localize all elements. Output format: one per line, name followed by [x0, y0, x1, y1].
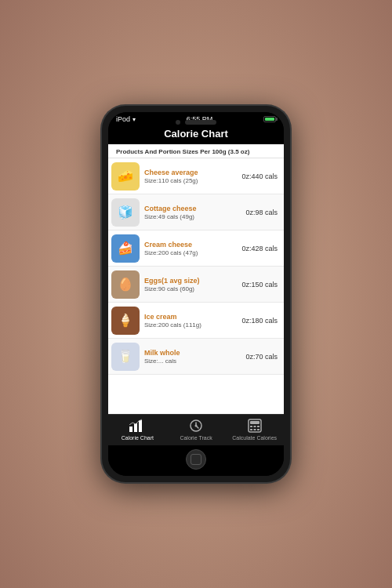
svg-rect-10	[250, 429, 252, 430]
subtitle-header: Products And Portion Sizes Per 100g (3.5…	[108, 144, 284, 158]
food-details: Cottage cheese Size:49 cals (49g)	[144, 205, 245, 220]
tab-track[interactable]: Calorie Track	[167, 418, 226, 441]
wifi-icon: ▾	[132, 116, 136, 123]
food-size: Size:49 cals (49g)	[144, 213, 245, 220]
food-icon-cheese: 🧀	[111, 162, 140, 191]
food-item[interactable]: 🍦 Ice cream Size:200 cals (111g) 0z:180 …	[108, 303, 284, 339]
food-list: 🧀 Cheese average Size:110 cals (25g) 0z:…	[108, 158, 284, 414]
food-icon-cottage: 🧊	[111, 198, 140, 227]
food-name: Cottage cheese	[144, 205, 245, 212]
app-title-bar: Calorie Chart	[108, 125, 284, 144]
svg-rect-1	[134, 423, 137, 432]
food-calories: 0z:180 cals	[241, 317, 278, 325]
svg-rect-2	[139, 420, 142, 432]
phone-shell: iPod ▾ 6:55 PM Calorie Chart Products An…	[102, 106, 290, 482]
carrier-label: iPod	[116, 115, 130, 123]
food-icon-cream: 🍰	[111, 234, 140, 263]
food-calories: 0z:150 cals	[241, 281, 278, 289]
status-right	[263, 116, 276, 122]
camera-dot	[176, 120, 180, 125]
speaker-slot	[185, 120, 216, 125]
svg-rect-11	[253, 429, 256, 430]
status-left: iPod ▾	[116, 115, 136, 123]
food-calories: 0z:70 cals	[245, 353, 278, 361]
tab-chart[interactable]: Calorie Chart	[108, 418, 167, 441]
tab-icon-calc	[245, 418, 264, 434]
svg-point-4	[195, 425, 198, 427]
food-name: Ice cream	[144, 313, 241, 321]
food-name: Milk whole	[144, 349, 245, 357]
svg-rect-6	[250, 421, 260, 424]
food-size: Size:... cals	[144, 358, 245, 365]
svg-rect-9	[257, 426, 260, 427]
food-size: Size:90 cals (60g)	[144, 285, 241, 292]
food-item[interactable]: 🧊 Cottage cheese Size:49 cals (49g) 0z:9…	[108, 194, 284, 230]
content-area: Products And Portion Sizes Per 100g (3.5…	[108, 144, 284, 414]
food-calories: 0z:98 cals	[245, 209, 278, 216]
food-details: Cheese average Size:110 cals (25g)	[144, 169, 241, 184]
food-details: Cream cheese Size:200 cals (47g)	[144, 241, 241, 256]
home-button-inner	[191, 454, 201, 465]
home-button-area	[108, 445, 284, 476]
food-item[interactable]: 🥛 Milk whole Size:... cals 0z:70 cals	[108, 339, 284, 375]
food-calories: 0z:428 cals	[241, 245, 278, 252]
food-calories: 0z:440 cals	[241, 172, 278, 180]
food-size: Size:200 cals (111g)	[144, 321, 241, 328]
food-details: Milk whole Size:... cals	[144, 349, 245, 365]
phone-screen: iPod ▾ 6:55 PM Calorie Chart Products An…	[108, 112, 284, 476]
svg-rect-12	[257, 429, 260, 430]
food-details: Ice cream Size:200 cals (111g)	[144, 313, 241, 328]
tab-label-calc: Calculate Calories	[232, 435, 277, 441]
subtitle-text: Products And Portion Sizes Per 100g (3.5…	[116, 148, 249, 155]
food-icon-eggs: 🥚	[111, 270, 140, 299]
food-item[interactable]: 🥚 Eggs(1 avg size) Size:90 cals (60g) 0z…	[108, 267, 284, 303]
food-icon-milk: 🥛	[111, 343, 140, 371]
tab-label-chart: Calorie Chart	[122, 435, 154, 441]
food-size: Size:110 cals (25g)	[144, 177, 241, 184]
svg-rect-7	[250, 426, 252, 427]
food-details: Eggs(1 avg size) Size:90 cals (60g)	[144, 277, 241, 292]
food-size: Size:200 cals (47g)	[144, 249, 241, 256]
food-item[interactable]: 🍰 Cream cheese Size:200 cals (47g) 0z:42…	[108, 230, 284, 267]
battery-icon	[263, 116, 276, 122]
food-name: Eggs(1 avg size)	[144, 277, 241, 285]
tab-icon-chart	[128, 418, 147, 434]
food-item[interactable]: 🧀 Cheese average Size:110 cals (25g) 0z:…	[108, 158, 284, 194]
food-name: Cheese average	[144, 169, 241, 176]
tab-calc[interactable]: Calculate Calories	[225, 418, 284, 441]
svg-rect-8	[253, 426, 256, 427]
tab-label-track: Calorie Track	[180, 435, 212, 441]
tab-icon-track	[187, 418, 205, 434]
battery-fill	[265, 118, 274, 121]
food-icon-icecream: 🍦	[111, 307, 140, 335]
home-button[interactable]	[186, 449, 206, 470]
app-title: Calorie Chart	[164, 128, 228, 140]
phone-top-decor	[176, 120, 216, 125]
food-name: Cream cheese	[144, 241, 241, 249]
svg-rect-0	[129, 426, 132, 432]
tab-bar: Calorie Chart Calorie Track Calculate Ca…	[108, 414, 284, 445]
